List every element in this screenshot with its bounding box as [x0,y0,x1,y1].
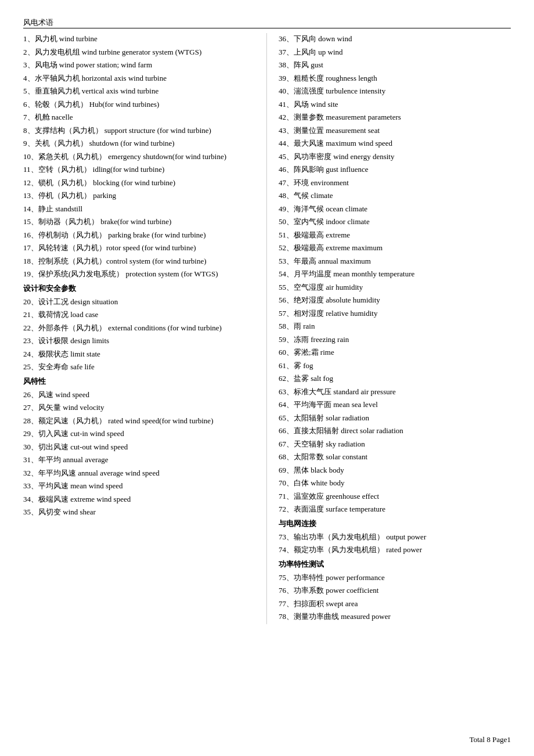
list-item: 58、雨 rain [279,321,511,332]
footer-text: Total 8 Page1 [470,735,511,744]
right-column: 36、下风向 down wind37、上风向 up wind38、阵风 gust… [267,33,511,624]
list-item: 11、空转（风力机） idling(for wind turbine) [23,164,255,175]
list-item: 68、太阳常数 solar constant [279,451,511,463]
list-item: 77、扫掠面积 swept area [279,598,511,610]
list-item: 62、盐雾 salt fog [279,373,511,384]
top-divider [23,28,511,28]
list-item: 34、极端风速 extreme wind speed [23,494,255,505]
list-item: 55、空气湿度 air humidity [279,282,511,293]
list-item: 49、海洋气候 ocean climate [279,203,511,215]
list-item: 61、雾 fog [279,360,511,372]
list-item: 9、关机（风力机） shutdown (for wind turbine) [23,138,255,149]
list-item: 24、极限状态 limit state [23,348,255,360]
list-item: 43、测量位置 measurement seat [279,125,511,136]
list-item: 78、测量功率曲线 measured power [279,611,511,622]
list-item: 21、载荷情况 load case [23,309,255,321]
list-item: 76、功率系数 power coefficient [279,585,511,596]
list-item: 28、额定风速（风力机） rated wind speed(for wind t… [23,415,255,427]
list-item: 41、风场 wind site [279,99,511,110]
list-item: 50、室内气候 indoor climate [279,216,511,228]
section-heading-design: 设计和安全参数 [23,283,255,294]
list-item: 57、相对湿度 relative humidity [279,308,511,319]
page-footer: Total 8 Page1 [470,735,511,744]
section-heading-wind: 风特性 [23,376,255,387]
list-item: 26、风速 wind speed [23,389,255,401]
list-item: 60、雾淞;霜 rime [279,347,511,358]
list-item: 25、安全寿命 safe life [23,361,255,373]
list-item: 59、冻雨 freezing rain [279,334,511,345]
list-item: 12、锁机（风力机） blocking (for wind turbine) [23,177,255,189]
list-item: 54、月平均温度 mean monthly temperature [279,268,511,280]
list-item: 71、温室效应 greenhouse effect [279,491,511,502]
list-item: 48、气候 climate [279,190,511,201]
list-item: 22、外部条件（风力机） external conditions (for wi… [23,322,255,334]
list-item: 29、切入风速 cut-in wind speed [23,428,255,440]
list-item: 10、紧急关机（风力机） emergency shutdown(for wind… [23,151,255,163]
list-item: 46、阵风影响 gust influence [279,164,511,175]
list-item: 36、下风向 down wind [279,33,511,45]
list-item: 45、风功率密度 wind energy density [279,151,511,163]
list-item: 23、设计极限 design limits [23,335,255,347]
list-item: 44、最大风速 maximum wind speed [279,138,511,149]
list-item: 13、停机（风力机） parking [23,190,255,201]
content-area: 1、风力机 wind turbine2、风力发电机组 wind turbine … [23,33,511,624]
list-item: 17、风轮转速（风力机）rotor speed (for wind turbin… [23,242,255,254]
list-item: 16、停机制动（风力机） parking brake (for wind tur… [23,229,255,241]
list-item: 42、测量参数 measurement parameters [279,111,511,123]
list-item: 67、天空辐射 sky radiation [279,438,511,450]
list-item: 73、输出功率（风力发电机组） output power [279,531,511,543]
list-item: 19、保护系统(风力发电系统） protection system (for W… [23,268,255,280]
list-item: 20、设计工况 design situation [23,296,255,308]
list-item: 7、机舱 nacelle [23,111,255,123]
list-item: 47、环境 environment [279,177,511,189]
section-heading-grid: 与电网连接 [279,519,511,529]
list-item: 52、极端最高 extreme maximum [279,242,511,254]
list-item: 31、年平均 annual average [23,454,255,466]
list-item: 30、切出风速 cut-out wind speed [23,441,255,453]
list-item: 69、黑体 black body [279,465,511,476]
list-item: 70、白体 white body [279,477,511,489]
list-item: 4、水平轴风力机 horizontal axis wind turbine [23,73,255,84]
list-item: 63、标准大气压 standard air pressure [279,386,511,398]
list-item: 74、额定功率（风力发电机组） rated power [279,544,511,556]
header-title: 风电术语 [23,17,511,28]
list-item: 39、粗糙长度 roughness length [279,73,511,84]
list-item: 35、风切变 wind shear [23,506,255,518]
list-item: 27、风矢量 wind velocity [23,402,255,413]
list-item: 66、直接太阳辐射 direct solar radiation [279,425,511,437]
list-item: 33、平均风速 mean wind speed [23,480,255,492]
list-item: 51、极端最高 extreme [279,229,511,241]
list-item: 72、表面温度 surface temperature [279,503,511,515]
list-item: 14、静止 standstill [23,203,255,215]
page-header: 风电术语 [23,17,511,28]
list-item: 53、年最高 annual maximum [279,255,511,267]
list-item: 75、功率特性 power performance [279,572,511,584]
list-item: 32、年平均风速 annual average wind speed [23,467,255,479]
list-item: 1、风力机 wind turbine [23,33,255,45]
list-item: 56、绝对湿度 absolute humidity [279,294,511,306]
list-item: 6、轮毂（风力机） Hub(for wind turbines) [23,99,255,110]
list-item: 2、风力发电机组 wind turbine generator system (… [23,46,255,58]
list-item: 3、风电场 wind power station; wind farm [23,59,255,71]
list-item: 65、太阳辐射 solar radiation [279,412,511,424]
list-item: 37、上风向 up wind [279,46,511,58]
left-column: 1、风力机 wind turbine2、风力发电机组 wind turbine … [23,33,267,624]
list-item: 18、控制系统（风力机）control system (for wind tur… [23,255,255,267]
section-heading-power: 功率特性测试 [279,559,511,570]
list-item: 64、平均海平面 mean sea level [279,399,511,411]
list-item: 15、制动器（风力机） brake(for wind turbine) [23,216,255,228]
list-item: 38、阵风 gust [279,59,511,71]
list-item: 5、垂直轴风力机 vertical axis wind turbine [23,85,255,97]
list-item: 8、支撑结构（风力机） support structure (for wind … [23,125,255,136]
list-item: 40、湍流强度 turbulence intensity [279,85,511,97]
